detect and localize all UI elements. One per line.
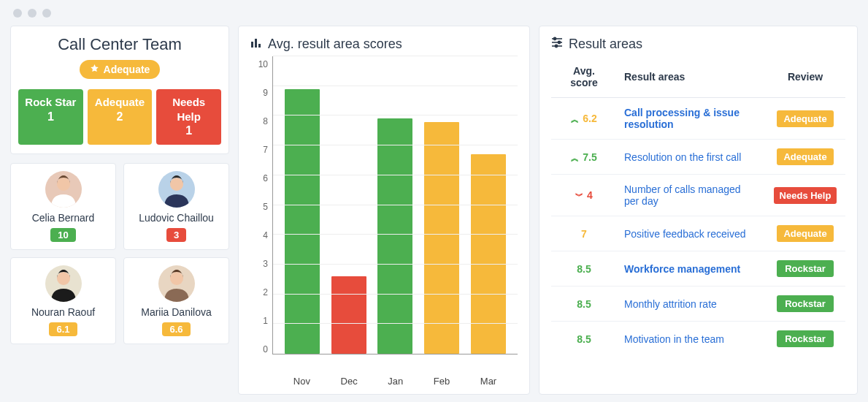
table-header-area: Result areas [617, 56, 765, 98]
y-tick: 5 [250, 202, 268, 212]
row-score: 7 [551, 216, 617, 251]
table-row: 8.5Workforce managementRockstar [551, 251, 845, 287]
row-score: 8.5 [551, 287, 617, 322]
svg-point-0 [57, 178, 70, 191]
member-score-badge: 3 [166, 228, 186, 242]
row-score: ︽ 6.2 [551, 98, 617, 140]
y-tick: 3 [250, 259, 268, 269]
team-title: Call Center Team [18, 35, 221, 54]
team-summary-row: Rock Star1Adequate2Needs Help1 [18, 89, 221, 145]
summary-count: 2 [91, 110, 150, 125]
grid-line [273, 205, 518, 205]
svg-point-2 [57, 272, 70, 285]
chart-bar[interactable] [377, 118, 412, 354]
chart-bars [273, 56, 518, 354]
review-badge[interactable]: Rockstar [777, 295, 834, 312]
member-name: Ludovic Chaillou [128, 212, 224, 224]
table-header-review: Review [765, 56, 845, 98]
grid-line [273, 323, 518, 324]
summary-label: Adequate [95, 96, 145, 108]
team-status-pill[interactable]: Adequate [80, 60, 161, 79]
avatar [158, 171, 195, 208]
member-card[interactable]: Nouran Raouf6.1 [10, 257, 116, 344]
review-badge[interactable]: Adequate [777, 148, 834, 165]
summary-label: Needs Help [172, 96, 205, 123]
y-tick: 8 [250, 116, 268, 126]
chart-title-row: Avg. result area scores [250, 37, 518, 52]
result-area-link[interactable]: Call processing & issue resolution [624, 107, 740, 130]
member-name: Mariia Danilova [128, 306, 224, 318]
result-areas-table: Avg. score Result areas Review ︽ 6.2Call… [551, 56, 845, 356]
x-tick: Feb [434, 376, 450, 387]
y-tick: 4 [250, 230, 268, 240]
review-badge[interactable]: Rockstar [777, 260, 834, 277]
star-icon [90, 64, 99, 75]
row-score: 8.5 [551, 251, 617, 287]
row-area: Monthly attrition rate [617, 287, 765, 322]
svg-rect-6 [258, 44, 261, 48]
svg-rect-5 [255, 39, 257, 48]
svg-point-1 [170, 178, 183, 191]
grid-line [273, 175, 518, 175]
sliders-icon [551, 37, 563, 52]
table-row: ︽ 6.2Call processing & issue resolutionA… [551, 98, 845, 140]
review-badge[interactable]: Rockstar [777, 330, 834, 347]
svg-point-8 [553, 37, 556, 39]
row-score: ︾ 4 [551, 175, 617, 216]
review-badge[interactable]: Adequate [777, 110, 834, 127]
row-score: ︽ 7.5 [551, 140, 617, 175]
row-area: Call processing & issue resolution [617, 98, 765, 140]
row-area: Number of calls managed per day [617, 175, 765, 216]
grid-line [273, 294, 518, 295]
window-dot [13, 9, 22, 18]
x-tick: Mar [480, 376, 496, 387]
result-areas-title-row: Result areas [551, 37, 845, 52]
x-tick: Jan [388, 376, 403, 387]
member-card[interactable]: Ludovic Chaillou3 [123, 163, 229, 250]
summary-box[interactable]: Needs Help1 [156, 89, 221, 145]
row-review: Needs Help [765, 175, 845, 216]
summary-count: 1 [21, 110, 80, 125]
row-review: Rockstar [765, 251, 845, 287]
row-review: Rockstar [765, 287, 845, 322]
result-area-link[interactable]: Positive feedback received [624, 228, 746, 240]
result-area-link[interactable]: Motivation in the team [624, 333, 724, 345]
chart-bar[interactable] [285, 89, 320, 354]
chart-bar[interactable] [424, 122, 459, 354]
chart-plot [272, 56, 518, 354]
window-chrome [0, 0, 868, 26]
summary-box[interactable]: Rock Star1 [18, 89, 83, 145]
chart-y-axis: 109876543210 [250, 56, 272, 371]
member-card[interactable]: Mariia Danilova6.6 [123, 257, 229, 344]
chart-area: 109876543210 NovDecJanFebMar [250, 56, 518, 387]
table-row: ︽ 7.5Resolution on the first callAdequat… [551, 140, 845, 175]
chart-title: Avg. result area scores [268, 37, 402, 52]
member-name: Celia Bernard [15, 212, 111, 224]
result-area-link[interactable]: Resolution on the first call [624, 151, 741, 163]
table-row: 8.5Motivation in the teamRockstar [551, 322, 845, 357]
review-badge[interactable]: Needs Help [774, 187, 837, 204]
grid-line [273, 264, 518, 265]
table-row: ︾ 4Number of calls managed per dayNeeds … [551, 175, 845, 216]
grid-line [273, 145, 518, 145]
y-tick: 1 [250, 316, 268, 326]
row-review: Adequate [765, 140, 845, 175]
summary-box[interactable]: Adequate2 [88, 89, 153, 145]
y-tick: 2 [250, 287, 268, 297]
row-area: Resolution on the first call [617, 140, 765, 175]
bar-chart-icon [250, 37, 262, 52]
row-area: Workforce management [617, 251, 765, 287]
trend-down-icon: ︾ [575, 192, 582, 200]
member-card[interactable]: Celia Bernard10 [10, 163, 116, 250]
svg-rect-4 [251, 42, 253, 48]
x-tick: Dec [341, 376, 358, 387]
grid-line [273, 56, 518, 56]
chart-bar[interactable] [331, 276, 366, 354]
svg-point-12 [555, 45, 557, 47]
window-dot [42, 9, 51, 18]
result-area-link[interactable]: Workforce management [624, 263, 740, 275]
review-badge[interactable]: Adequate [777, 225, 834, 242]
result-area-link[interactable]: Number of calls managed per day [624, 183, 741, 207]
result-area-link[interactable]: Monthly attrition rate [624, 298, 717, 310]
table-header-score: Avg. score [551, 56, 617, 98]
